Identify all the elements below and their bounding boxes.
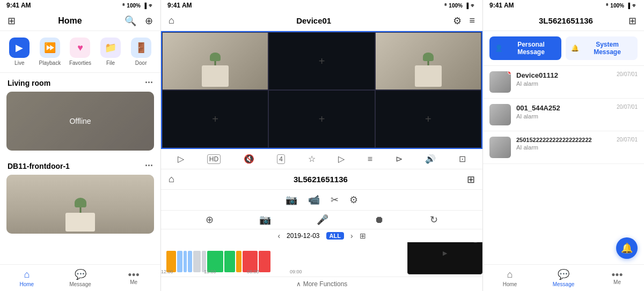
msg-item-2[interactable]: 25015222222222222222222 AI alarm 20/07/0…: [483, 131, 644, 164]
grid-cell-2[interactable]: [375, 32, 481, 90]
device2-filter-icon[interactable]: ⊞: [467, 174, 475, 185]
tl-seg-7: [224, 251, 235, 272]
msg-device-0: Device01112: [516, 71, 611, 79]
timeline-prev[interactable]: ‹: [277, 232, 280, 240]
msg-alarm-2: AI alarm: [516, 144, 611, 151]
more-functions-btn[interactable]: ∧ More Functions: [161, 277, 482, 291]
bottom-nav-home-item[interactable]: ⌂ Home: [0, 265, 54, 291]
popup-close-btn[interactable]: ✕: [471, 242, 480, 243]
timeline-all[interactable]: ALL: [326, 232, 344, 240]
snapshot-icon[interactable]: 📷: [259, 214, 271, 226]
tl-seg-1: [177, 251, 182, 272]
device-menu-icon[interactable]: ≡: [469, 15, 475, 27]
tl-label-0: 12:00: [161, 269, 173, 274]
rotate-icon[interactable]: ↻: [430, 214, 438, 226]
action-door[interactable]: 🚪 Door: [127, 35, 155, 68]
camera-card-frontdoor[interactable]: [6, 175, 154, 234]
search-icon[interactable]: 🔍: [125, 15, 136, 27]
bell-icon: 🔔: [571, 44, 579, 52]
bottom-nav-message-item[interactable]: 💬 Message: [54, 265, 107, 291]
signal-icon-m: ▐: [626, 3, 630, 9]
offline-badge: Offline: [69, 117, 91, 125]
camera-card-living-room[interactable]: Offline: [6, 92, 154, 151]
bluetooth-icon: ⁸: [122, 3, 125, 9]
camera-photo-icon[interactable]: 📷: [286, 194, 297, 206]
vol2-ctrl-icon[interactable]: 🔊: [425, 154, 436, 164]
grid-cell-4[interactable]: +: [268, 90, 375, 148]
volume-ctrl-icon[interactable]: 🔇: [244, 154, 254, 164]
section-frontdoor: DB11-frontdoor-1 ···: [0, 156, 160, 175]
screen-ctrl-icon[interactable]: ⊡: [459, 154, 466, 164]
msg-nav-bar: 3L5621651136 ⊞: [483, 11, 644, 31]
wifi-icon-d: ᯤ: [471, 3, 476, 9]
joystick-icon[interactable]: ⊕: [206, 214, 214, 226]
grid-cell-3[interactable]: +: [162, 90, 268, 148]
bottom-nav-me-item[interactable]: ●●● Me: [107, 265, 160, 291]
hd-ctrl-icon[interactable]: HD: [207, 154, 221, 164]
mic-icon[interactable]: 🎤: [317, 214, 328, 226]
notification-fab[interactable]: 🔔: [616, 237, 638, 259]
play2-ctrl-icon[interactable]: ▷: [338, 154, 345, 164]
message-nav-icon: 💬: [75, 268, 86, 280]
add-icon[interactable]: ⊕: [145, 15, 153, 27]
grid-cell-0[interactable]: [162, 32, 268, 90]
tl-seg-4: [193, 251, 201, 272]
nav-bar-home: ⊞ Home 🔍 ⊕: [0, 11, 160, 31]
add-feed-icon-3: +: [212, 113, 218, 125]
timeline-grid-icon[interactable]: ⊞: [360, 232, 366, 240]
device-panel-bottom: 📷 📹 ✂ ⚙ ⊕ 📷 🎤 ⏺ ↻ ‹ 2019-12-03 ALL › ⊞: [161, 190, 482, 291]
timeline-chart: 12:00 13:00 08:00 09:00 ✕ ▶: [161, 242, 482, 274]
action-favorites[interactable]: ♥ Favorties: [66, 35, 94, 68]
grid-cell-5[interactable]: +: [375, 90, 481, 148]
timeline-next[interactable]: ›: [350, 232, 353, 240]
rec-icon[interactable]: ⏺: [375, 214, 384, 226]
device-settings-icon[interactable]: ⚙: [453, 15, 462, 27]
table-prop: [65, 213, 95, 232]
grid-cell-1[interactable]: +: [268, 32, 375, 90]
list-ctrl-icon[interactable]: ≡: [368, 154, 372, 164]
device-home-icon[interactable]: ⌂: [169, 15, 174, 26]
personal-msg-btn[interactable]: 👤 Personal Message: [489, 36, 561, 60]
action-playback[interactable]: ⏩ Playback: [36, 35, 64, 68]
quick-actions: ▶ Live ⏩ Playback ♥ Favorties 📁 File 🚪 D…: [0, 31, 160, 73]
status-time-msg: 9:41 AM: [489, 2, 514, 9]
home-label-msg: Home: [503, 281, 517, 287]
bottom-nav-message-msg[interactable]: 💬 Message: [537, 265, 590, 291]
msg-type-btns: 👤 Personal Message 🔔 System Message: [483, 31, 644, 66]
msg-item-1[interactable]: 001_544A252 AI alarm 20/07/01: [483, 99, 644, 131]
msg-alarm-1: AI alarm: [516, 113, 611, 120]
msg-content-2: 25015222222222222222222 AI alarm: [516, 137, 611, 151]
add-feed-icon-4: +: [319, 113, 325, 125]
feed-preview-2: [376, 33, 481, 89]
playback-label: Playback: [39, 60, 61, 66]
file-icon: 📁: [100, 38, 121, 58]
play-ctrl-icon[interactable]: ▷: [178, 154, 184, 164]
action-live[interactable]: ▶ Live: [5, 35, 34, 68]
home-nav-icons: 🔍 ⊕: [125, 15, 153, 27]
frontdoor-title: DB11-frontdoor-1: [8, 162, 70, 170]
bottom-nav-me-msg[interactable]: ●●● Me: [590, 265, 644, 291]
grid-icon[interactable]: ⊞: [8, 15, 16, 27]
wifi-icon: ᯤ: [149, 3, 154, 9]
msg-unread-dot-0: [508, 71, 511, 74]
settings2-icon[interactable]: ⚙: [349, 194, 358, 206]
action-file[interactable]: 📁 File: [97, 35, 125, 68]
frontdoor-menu[interactable]: ···: [145, 160, 153, 171]
system-msg-btn[interactable]: 🔔 System Message: [566, 36, 638, 60]
msg-filter-icon[interactable]: ⊞: [628, 15, 636, 27]
skip-ctrl-icon[interactable]: ⊳: [396, 154, 402, 164]
four-ctrl-icon[interactable]: 4: [277, 154, 285, 164]
camera-video-icon[interactable]: 📹: [308, 194, 320, 206]
scissors-icon[interactable]: ✂: [331, 194, 339, 206]
msg-content-0: Device01112 AI alarm: [516, 71, 611, 87]
star-ctrl-icon[interactable]: ☆: [308, 154, 316, 164]
living-room-menu[interactable]: ···: [145, 77, 153, 88]
bottom-nav-home-msg[interactable]: ⌂ Home: [483, 265, 537, 291]
status-bar-msg: 9:41 AM ⁸ 100% ▐ ᯤ: [483, 0, 644, 11]
record-controls: ⊕ 📷 🎤 ⏺ ↻: [161, 211, 482, 229]
panel-messages: 9:41 AM ⁸ 100% ▐ ᯤ 3L5621651136 ⊞ 👤 Pers…: [483, 0, 644, 291]
device2-home-icon[interactable]: ⌂: [169, 174, 174, 185]
panel-home: 9:41 AM ⁸ 100% ▐ ᯤ ⊞ Home 🔍 ⊕ ▶ Live ⏩ P…: [0, 0, 161, 291]
msg-item-0[interactable]: Device01112 AI alarm 20/07/01: [483, 66, 644, 99]
msg-device-2: 25015222222222222222222: [516, 137, 611, 143]
